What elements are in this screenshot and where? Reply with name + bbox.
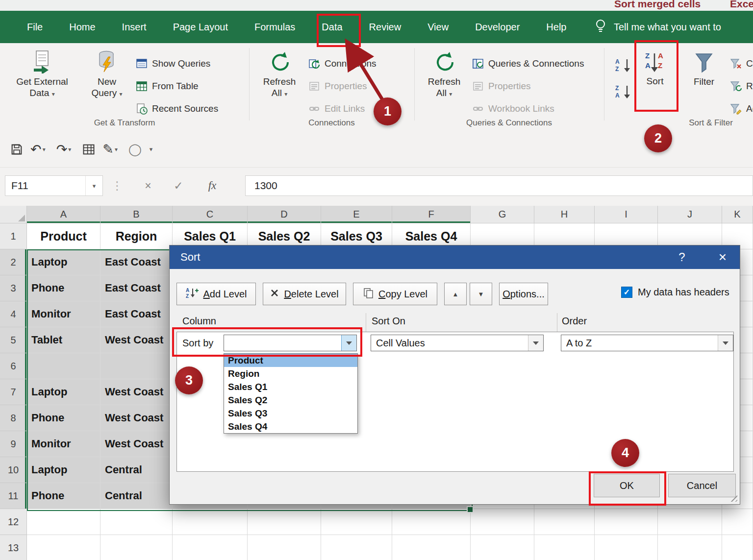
redo-button[interactable]: ↷ ▾: [56, 142, 72, 157]
undo-button[interactable]: ↶ ▾: [30, 142, 46, 157]
cell-B11[interactable]: Central: [100, 483, 173, 509]
cell-A12[interactable]: [27, 509, 100, 535]
cell-C12[interactable]: [173, 509, 248, 535]
dropdown-option-sales-q1[interactable]: Sales Q1: [224, 380, 357, 393]
col-header-A[interactable]: A: [27, 206, 100, 223]
cell-B10[interactable]: Central: [100, 457, 173, 483]
cell-E13[interactable]: [321, 535, 392, 560]
col-header-B[interactable]: B: [100, 206, 173, 223]
move-level-down-button[interactable]: ▼: [470, 283, 492, 305]
cell-B4[interactable]: East Coast: [100, 301, 173, 327]
table-tool-icon[interactable]: [82, 143, 96, 156]
options-button[interactable]: Options...: [499, 283, 548, 305]
name-box-caret-icon[interactable]: ▾: [85, 176, 102, 195]
cell-A2[interactable]: Laptop: [27, 249, 100, 275]
tab-view[interactable]: View: [414, 11, 462, 43]
cancel-entry-icon[interactable]: ×: [137, 175, 159, 196]
dropdown-option-sales-q3[interactable]: Sales Q3: [224, 407, 357, 420]
cell-A3[interactable]: Phone: [27, 275, 100, 301]
tell-me-box[interactable]: Tell me what you want to: [594, 11, 721, 43]
order-combobox[interactable]: A to Z: [561, 335, 733, 351]
col-header-I[interactable]: I: [595, 206, 658, 223]
cell-G13[interactable]: [471, 535, 534, 560]
cell-I12[interactable]: [595, 509, 658, 535]
refresh-all-button[interactable]: Refresh All ▾: [257, 47, 302, 99]
dropdown-option-product[interactable]: Product: [224, 354, 357, 367]
move-level-up-button[interactable]: ▲: [444, 283, 467, 305]
copy-level-button[interactable]: Copy Level: [353, 283, 437, 305]
dialog-close-icon[interactable]: ×: [705, 245, 740, 269]
cell-D13[interactable]: [248, 535, 321, 560]
row-header-7[interactable]: 7: [0, 379, 27, 405]
row-header-12[interactable]: 12: [0, 509, 27, 535]
cell-H12[interactable]: [534, 509, 595, 535]
undo-caret-icon[interactable]: ▾: [43, 146, 46, 153]
cell-F13[interactable]: [392, 535, 471, 560]
ok-button[interactable]: OK: [594, 474, 660, 497]
tab-review[interactable]: Review: [356, 11, 415, 43]
cell-D12[interactable]: [248, 509, 321, 535]
cell-A10[interactable]: Laptop: [27, 457, 100, 483]
sort-by-combobox[interactable]: [224, 335, 357, 351]
cell-J13[interactable]: [658, 535, 722, 560]
row-header-2[interactable]: 2: [0, 249, 27, 275]
row-header-11[interactable]: 11: [0, 483, 27, 509]
col-header-J[interactable]: J: [658, 206, 722, 223]
queries-connections-button[interactable]: Queries & Connections: [472, 55, 584, 73]
cell-A6[interactable]: [27, 353, 100, 379]
dropdown-option-sales-q2[interactable]: Sales Q2: [224, 393, 357, 407]
get-external-data-button[interactable]: Get External Data ▾: [10, 47, 75, 99]
add-level-button[interactable]: AZ Add Level: [176, 283, 256, 305]
selection-fill-handle[interactable]: [467, 506, 474, 513]
sort-by-dropdown-arrow-icon[interactable]: [341, 335, 356, 351]
advanced-filter-button[interactable]: Advanced: [729, 100, 753, 118]
confirm-entry-icon[interactable]: ✓: [168, 175, 189, 196]
connections-button[interactable]: Connections: [308, 55, 376, 73]
filter-button[interactable]: Filter: [684, 47, 724, 88]
row-header-5[interactable]: 5: [0, 327, 27, 353]
order-dropdown-arrow-icon[interactable]: [718, 335, 733, 351]
pen-caret-icon[interactable]: ▾: [115, 146, 118, 153]
tab-file[interactable]: File: [14, 11, 56, 43]
cell-B7[interactable]: West Coast: [100, 379, 173, 405]
splitter-dots-icon[interactable]: ⋮: [110, 175, 125, 196]
sort-on-combobox[interactable]: Cell Values: [371, 335, 544, 351]
insert-function-icon[interactable]: fx: [200, 175, 225, 196]
col-header-D[interactable]: D: [248, 206, 321, 223]
row-header-13[interactable]: 13: [0, 535, 27, 560]
row-header-4[interactable]: 4: [0, 301, 27, 327]
tab-developer[interactable]: Developer: [462, 11, 533, 43]
col-header-G[interactable]: G: [471, 206, 534, 223]
tab-help[interactable]: Help: [533, 11, 579, 43]
row-header-1[interactable]: 1: [0, 223, 27, 249]
dialog-help-button[interactable]: ?: [665, 245, 699, 269]
cell-A9[interactable]: Monitor: [27, 431, 100, 457]
cell-H13[interactable]: [534, 535, 595, 560]
sort-on-dropdown-arrow-icon[interactable]: [528, 335, 543, 351]
row-header-6[interactable]: 6: [0, 353, 27, 379]
cancel-button[interactable]: Cancel: [668, 474, 736, 497]
col-header-F[interactable]: F: [392, 206, 471, 223]
cell-J12[interactable]: [658, 509, 722, 535]
sort-descending-button[interactable]: ZA: [612, 82, 634, 101]
tab-page-layout[interactable]: Page Layout: [160, 11, 241, 43]
cell-B13[interactable]: [100, 535, 173, 560]
from-table-button[interactable]: From Table: [135, 77, 199, 95]
reapply-filter-button[interactable]: Reapply: [729, 77, 753, 95]
cell-B9[interactable]: West Coast: [100, 431, 173, 457]
cell-A5[interactable]: Tablet: [27, 327, 100, 353]
cell-F12[interactable]: [392, 509, 471, 535]
col-header-K[interactable]: K: [722, 206, 753, 223]
recent-sources-button[interactable]: Recent Sources: [135, 100, 218, 118]
cell-A1[interactable]: Product: [27, 223, 100, 249]
cell-A8[interactable]: Phone: [27, 405, 100, 431]
cell-B5[interactable]: West Coast: [100, 327, 173, 353]
cell-I13[interactable]: [595, 535, 658, 560]
cell-K12[interactable]: [722, 509, 753, 535]
select-all-corner[interactable]: [0, 206, 27, 223]
tab-formulas[interactable]: Formulas: [241, 11, 308, 43]
cell-C13[interactable]: [173, 535, 248, 560]
cell-B2[interactable]: East Coast: [100, 249, 173, 275]
cell-B1[interactable]: Region: [100, 223, 173, 249]
cell-G12[interactable]: [471, 509, 534, 535]
